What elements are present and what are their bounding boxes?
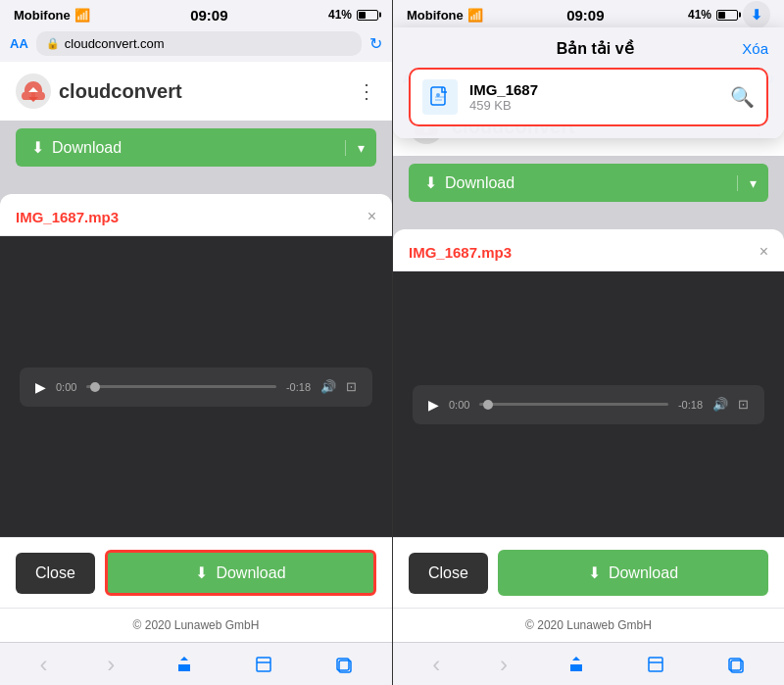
cc-logo-text-left: cloudconvert [59,80,182,103]
cc-menu-left[interactable]: ⋮ [357,79,376,103]
download-button-right[interactable]: ⬇ Download [498,550,768,596]
modal-header-left: IMG_1687.mp3 × [0,194,392,236]
download-panel-right: Bản tải về Xóa IMG_1687 459 KB 🔍 [393,27,784,138]
bookmarks-btn-left[interactable] [246,651,281,678]
download-item-info-right: IMG_1687 459 KB [469,81,718,113]
download-btn-icon-left: ⬇ [195,563,208,582]
time-end-right: -0:18 [678,399,703,411]
cc-logo-left: cloudconvert [16,73,182,109]
cc-download-arrow-left[interactable]: ▾ [345,140,376,156]
progress-bar-right[interactable] [479,403,668,406]
progress-dot-left [90,382,100,392]
download-btn-label-left: Download [216,564,285,582]
refresh-btn-left[interactable]: ↻ [369,34,382,53]
modal-body-left: ▶ 0:00 -0:18 🔊 ⊡ [0,236,392,537]
audio-player-right: ▶ 0:00 -0:18 🔊 ⊡ [413,385,764,424]
play-btn-left[interactable]: ▶ [35,379,46,395]
download-btn-icon-right: ⬇ [588,563,601,582]
right-phone-screen: Mobifone 📶 09:09 41% ⬇ Bản tải về Xóa [392,0,784,685]
time-end-left: -0:18 [286,381,311,393]
download-panel-header: Bản tải về Xóa [409,39,768,58]
modal-footer-left: Close ⬇ Download [0,537,392,608]
download-panel-title: Bản tải về [448,39,742,58]
screen-icon-right[interactable]: ⊡ [738,397,749,412]
progress-bar-left[interactable] [86,385,276,388]
carrier-left: Mobifone [14,8,71,23]
wifi-icon-left: 📶 [74,8,90,23]
status-left: Mobifone 📶 [14,8,90,23]
cc-download-btn-left[interactable]: ⬇ Download ▾ [16,128,376,167]
cc-download-arrow-right[interactable]: ▾ [737,175,768,191]
forward-btn-left[interactable]: › [99,647,122,682]
modal-title-left: IMG_1687.mp3 [16,209,119,225]
gray-area-left [0,174,392,194]
download-button-left[interactable]: ⬇ Download [105,550,376,596]
back-btn-right[interactable]: ‹ [424,647,448,682]
svg-rect-8 [649,658,662,671]
download-btn-label-right: Download [609,564,678,582]
battery-pct-left: 41% [328,8,352,22]
modal-body-right: ▶ 0:00 -0:18 🔊 ⊡ [393,271,784,537]
page-footer-right: © 2020 Lunaweb GmbH [393,608,784,642]
svg-point-6 [436,93,440,97]
carrier-right: Mobifone [407,8,464,23]
battery-icon-right [716,10,738,21]
cc-download-main-right: ⬇ Download [409,173,530,192]
status-bar-right: Mobifone 📶 09:09 41% ⬇ [393,0,784,27]
url-text-left: cloudconvert.com [65,36,165,51]
cc-download-label-left: Download [52,139,122,157]
browser-bar-left: AA 🔒 cloudconvert.com ↻ [0,27,392,62]
volume-icon-right[interactable]: 🔊 [712,397,728,412]
time-start-right: 0:00 [449,399,469,411]
cc-download-icon-right: ⬇ [424,173,437,192]
share-btn-right[interactable] [559,651,594,678]
play-btn-right[interactable]: ▶ [428,397,439,413]
modal-close-left[interactable]: × [368,208,376,225]
footer-text-right: © 2020 Lunaweb GmbH [525,618,652,632]
download-item-right[interactable]: IMG_1687 459 KB 🔍 [409,68,768,126]
cc-download-label-right: Download [445,174,514,192]
back-btn-left[interactable]: ‹ [31,647,55,682]
status-right-right: 41% ⬇ [688,1,770,28]
modal-header-right: IMG_1687.mp3 × [393,229,784,271]
close-button-left[interactable]: Close [16,553,95,594]
browser-content-right: cloudconvert ⋮ ⬇ Download ▾ IMG_1687.mp3… [393,97,784,608]
modal-close-right[interactable]: × [760,243,768,261]
volume-icon-left[interactable]: 🔊 [320,379,336,394]
bookmarks-btn-right[interactable] [638,651,673,678]
lock-icon-left: 🔒 [46,37,60,50]
search-icon-right[interactable]: 🔍 [730,85,755,109]
left-phone-screen: Mobifone 📶 09:09 41% AA 🔒 cloudconvert.c… [0,0,392,685]
download-circle-right[interactable]: ⬇ [743,1,770,28]
forward-btn-right[interactable]: › [492,647,515,682]
close-button-right[interactable]: Close [409,553,488,594]
time-right: 09:09 [566,7,604,24]
footer-text-left: © 2020 Lunaweb GmbH [133,618,260,632]
cc-download-icon-left: ⬇ [31,138,44,157]
battery-pct-right: 41% [688,8,711,22]
svg-rect-1 [257,658,270,671]
download-item-name-right: IMG_1687 [469,81,718,98]
time-left: 09:09 [190,7,227,24]
progress-dot-right [483,400,493,410]
url-bar-left[interactable]: 🔒 cloudconvert.com [36,31,362,56]
download-panel-clear-btn[interactable]: Xóa [742,40,768,57]
modal-right: IMG_1687.mp3 × ▶ 0:00 -0:18 🔊 ⊡ Close [393,229,784,608]
audio-player-left: ▶ 0:00 -0:18 🔊 ⊡ [20,367,372,407]
ios-bottom-bar-left: ‹ › [0,642,392,685]
cc-logo-icon-left [16,73,51,109]
browser-content-left: cloudconvert ⋮ ⬇ Download ▾ IMG_1687.mp3… [0,62,392,608]
share-btn-left[interactable] [167,651,202,678]
tabs-btn-left[interactable] [325,651,361,678]
modal-title-right: IMG_1687.mp3 [409,244,512,261]
cc-download-main-left: ⬇ Download [16,138,137,157]
screen-icon-left[interactable]: ⊡ [346,379,357,394]
ios-bottom-bar-right: ‹ › [393,642,784,685]
battery-icon-left [357,10,378,21]
cc-download-btn-right[interactable]: ⬇ Download ▾ [409,164,768,202]
tabs-btn-right[interactable] [717,651,753,678]
cc-header-left: cloudconvert ⋮ [0,62,392,121]
download-item-icon-right [422,79,458,115]
modal-footer-right: Close ⬇ Download [393,537,784,608]
aa-button-left[interactable]: AA [10,36,28,51]
